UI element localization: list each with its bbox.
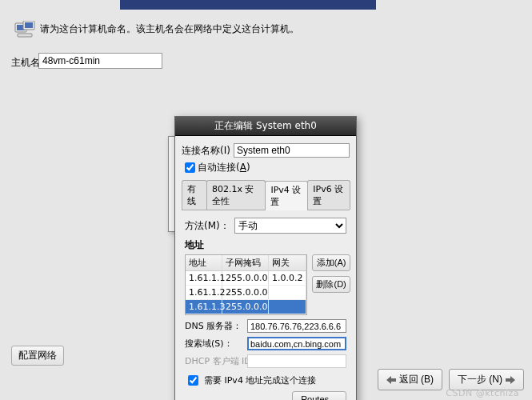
dns-input[interactable]: [247, 319, 346, 333]
search-domains-label: 搜索域(S)：: [185, 338, 244, 350]
require-ipv4-checkbox[interactable]: [188, 375, 198, 386]
tab-ipv4[interactable]: IPv4 设置: [265, 181, 308, 210]
method-select[interactable]: 手动: [234, 218, 346, 234]
col-address: 地址: [186, 255, 222, 270]
connection-name-label: 连接名称(I): [182, 144, 230, 158]
next-button[interactable]: 下一步 (N): [449, 369, 524, 390]
ipv4-tab-page: 方法(M)： 手动 地址 地址 子网掩码 网关 1.61.1.1 255.0.0…: [182, 210, 350, 400]
add-address-button[interactable]: 添加(A): [312, 254, 350, 271]
dhcp-client-id-label: DHCP 客户端 ID：: [185, 355, 244, 367]
method-label: 方法(M)：: [185, 219, 230, 233]
svg-rect-3: [25, 22, 33, 28]
dhcp-client-id-input: [247, 354, 346, 368]
delete-address-button[interactable]: 删除(D): [312, 276, 350, 293]
address-table-header: 地址 子网掩码 网关: [186, 255, 306, 271]
col-gateway: 网关: [269, 255, 306, 270]
hostname-prompt: 请为这台计算机命名。该主机名会在网络中定义这台计算机。: [40, 22, 299, 36]
tab-wired[interactable]: 有线: [182, 180, 207, 210]
address-table[interactable]: 地址 子网掩码 网关 1.61.1.1 255.0.0.0 1.0.0.2 1.…: [185, 254, 307, 315]
tab-8021x[interactable]: 802.1x 安全性: [206, 180, 266, 210]
edit-connection-dialog: 正在编辑 System eth0 连接名称(I) 自动连接(A) 有线 802.…: [174, 116, 357, 400]
next-button-label: 下一步 (N): [458, 373, 502, 386]
table-row-selected[interactable]: 1.61.1.3 255.0.0.0: [186, 300, 306, 314]
configure-network-button[interactable]: 配置网络: [11, 346, 64, 366]
svg-rect-4: [18, 34, 32, 37]
tab-bar: 有线 802.1x 安全性 IPv4 设置 IPv6 设置: [182, 180, 350, 210]
arrow-left-icon: [386, 376, 396, 384]
require-ipv4-label: 需要 IPv4 地址完成这个连接: [204, 374, 316, 386]
routes-button[interactable]: Routes…: [292, 391, 346, 400]
dialog-title: 正在编辑 System eth0: [175, 117, 356, 136]
back-button[interactable]: 返回 (B): [378, 369, 442, 390]
tab-ipv6[interactable]: IPv6 设置: [307, 180, 350, 210]
connection-name-input[interactable]: [234, 143, 350, 158]
search-domains-input[interactable]: [247, 337, 346, 350]
addresses-heading: 地址: [185, 238, 346, 252]
table-row[interactable]: 1.61.1.1 255.0.0.0 1.0.0.2: [186, 271, 306, 286]
top-banner: [120, 0, 376, 10]
hostname-input[interactable]: [38, 53, 162, 69]
computer-icon: [14, 21, 35, 38]
table-row[interactable]: 1.61.1.2 255.0.0.0: [186, 286, 306, 300]
auto-connect-checkbox[interactable]: [185, 162, 195, 173]
auto-connect-label: 自动连接(A): [198, 161, 250, 174]
arrow-right-icon: [506, 376, 515, 384]
back-button-label: 返回 (B): [399, 373, 434, 386]
col-netmask: 子网掩码: [222, 255, 269, 270]
watermark: CSDN @ktcniza: [446, 388, 519, 398]
dns-label: DNS 服务器：: [185, 320, 244, 332]
